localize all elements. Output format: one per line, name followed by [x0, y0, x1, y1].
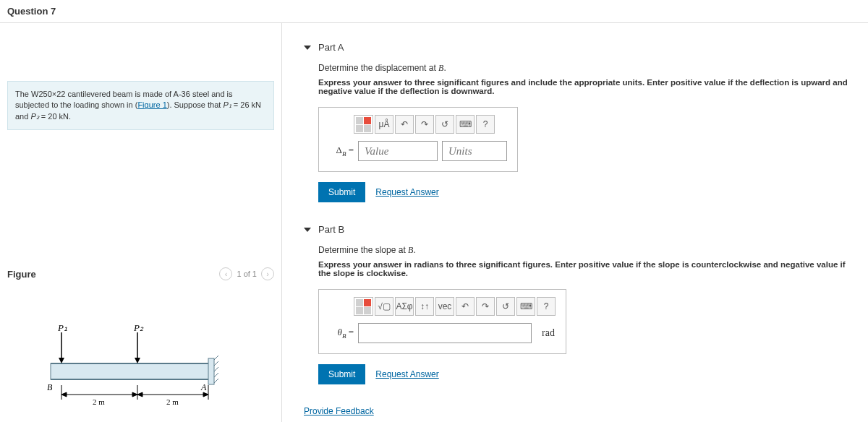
svg-marker-12 [135, 358, 140, 363]
keyboard-button[interactable]: ⌨ [456, 115, 475, 134]
svg-rect-3 [208, 358, 214, 384]
units-button[interactable]: μÅ [375, 115, 393, 134]
redo-button[interactable]: ↷ [476, 297, 495, 316]
svg-marker-18 [61, 392, 67, 397]
left-panel: The W250×22 cantilevered beam is made of… [0, 23, 282, 422]
dim1-label: 2 m [93, 397, 105, 406]
value-input[interactable] [358, 141, 438, 161]
figure-title: Figure [7, 269, 36, 280]
question-header: Question 7 [0, 0, 868, 23]
figure-counter: 1 of 1 [237, 270, 257, 278]
prompt-text2: ). Suppose that [167, 100, 224, 109]
svg-rect-0 [51, 363, 210, 379]
undo-button[interactable]: ↶ [456, 297, 475, 316]
part-a-header[interactable]: Part A [304, 42, 854, 53]
svg-line-5 [214, 361, 218, 366]
part-b-header[interactable]: Part B [304, 224, 854, 235]
p1-label: P₁ [57, 324, 67, 333]
p1-val: = 26 kN [231, 100, 261, 109]
sqrt-button[interactable]: √▢ [375, 297, 393, 316]
svg-marker-20 [137, 392, 142, 397]
svg-marker-21 [203, 392, 208, 397]
part-a-question: Determine the displacement at B. [318, 63, 854, 74]
part-a-answer-box: μÅ ↶ ↷ ↺ ⌨ ? ΔB = [318, 107, 518, 172]
value-input[interactable] [358, 323, 532, 343]
figure-nav: ‹ 1 of 1 › [219, 267, 274, 280]
template-button[interactable] [354, 297, 373, 316]
template-button[interactable] [354, 115, 373, 134]
svg-line-7 [214, 373, 218, 377]
delta-b-label: ΔB = [329, 145, 354, 158]
provide-feedback-link[interactable]: Provide Feedback [304, 406, 854, 416]
next-figure-button[interactable]: › [261, 267, 274, 280]
units-input[interactable] [442, 141, 507, 161]
and-text: and [15, 112, 30, 121]
theta-b-label: θB = [329, 327, 354, 340]
part-b-instruction: Express your answer in radians to three … [318, 260, 854, 277]
part-a-title: Part A [318, 42, 344, 53]
submit-button[interactable]: Submit [318, 364, 365, 384]
p2-var: P₂ [30, 112, 38, 121]
part-b-title: Part B [318, 224, 344, 235]
part-b-answer-box: √▢ ΑΣφ ↕↑ vec ↶ ↷ ↺ ⌨ ? θB = rad [318, 289, 566, 354]
request-answer-link[interactable]: Request Answer [375, 187, 438, 197]
figure-diagram: P₁ P₂ B A 2 m 2 m [7, 324, 274, 420]
svg-marker-10 [59, 358, 64, 363]
greek-button[interactable]: ΑΣφ [395, 297, 414, 316]
dim2-label: 2 m [166, 397, 179, 406]
problem-statement: The W250×22 cantilevered beam is made of… [7, 81, 274, 130]
p1-var: P₁ [223, 100, 231, 109]
svg-line-8 [214, 379, 218, 383]
request-answer-link[interactable]: Request Answer [375, 369, 438, 379]
help-button[interactable]: ? [537, 297, 556, 316]
keyboard-button[interactable]: ⌨ [516, 297, 535, 316]
svg-line-4 [214, 356, 218, 360]
reset-button[interactable]: ↺ [435, 115, 454, 134]
redo-button[interactable]: ↷ [415, 115, 434, 134]
prev-figure-button[interactable]: ‹ [219, 267, 232, 280]
svg-line-6 [214, 367, 218, 371]
part-b-question: Determine the slope at B. [318, 245, 854, 256]
arrows-button[interactable]: ↕↑ [415, 297, 434, 316]
undo-button[interactable]: ↶ [395, 115, 414, 134]
p2-label: P₂ [133, 324, 144, 333]
unit-label: rad [542, 327, 555, 339]
help-button[interactable]: ? [476, 115, 495, 134]
collapse-icon [304, 228, 311, 232]
right-panel: Part A Determine the displacement at B. … [282, 23, 868, 422]
reset-button[interactable]: ↺ [496, 297, 515, 316]
part-a-instruction: Express your answer to three significant… [318, 78, 854, 95]
figure-link[interactable]: Figure 1 [137, 100, 166, 109]
vec-button[interactable]: vec [435, 297, 454, 316]
point-a-label: A [200, 382, 207, 392]
collapse-icon [304, 46, 311, 50]
submit-button[interactable]: Submit [318, 182, 365, 202]
p2-val: = 20 kN. [39, 112, 71, 121]
point-b-label: B [47, 382, 53, 392]
